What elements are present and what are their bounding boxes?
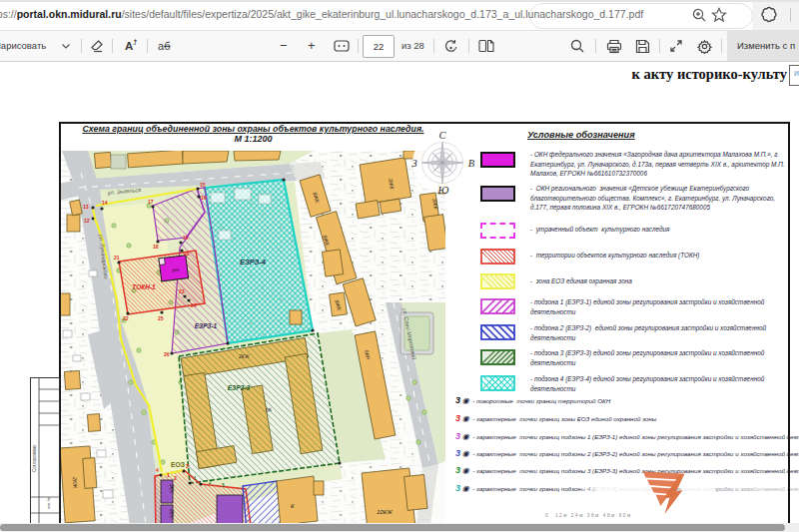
svg-text:15: 15 — [200, 182, 206, 188]
svg-text:25: 25 — [158, 315, 164, 321]
svg-text:2: 2 — [174, 475, 177, 481]
svg-text:22: 22 — [123, 315, 129, 321]
svg-text:Ю: Ю — [437, 185, 449, 196]
svg-text:3КН: 3КН — [172, 267, 180, 273]
svg-text:инв. №: инв. № — [47, 497, 51, 509]
svg-text:ЕЗРЗ-4: ЕЗРЗ-4 — [240, 258, 267, 266]
svg-text:ЕЗРЗ-3: ЕЗРЗ-3 — [228, 384, 251, 391]
svg-text:19: 19 — [183, 235, 189, 241]
svg-text:ТОКН-1: ТОКН-1 — [132, 283, 156, 290]
svg-text:К: К — [291, 503, 295, 509]
svg-text:2КЖ: 2КЖ — [238, 353, 250, 359]
svg-text:З: З — [411, 158, 416, 169]
svg-text:2КН: 2КН — [169, 508, 174, 518]
svg-text:Согласовано: Согласовано — [32, 444, 37, 472]
svg-text:С: С — [438, 130, 446, 141]
svg-text:4: 4 — [156, 467, 159, 473]
svg-text:3: 3 — [186, 463, 189, 469]
svg-text:1: 1 — [167, 472, 170, 478]
svg-text:14: 14 — [102, 200, 108, 206]
svg-text:13: 13 — [83, 204, 89, 210]
svg-text:20: 20 — [184, 251, 190, 257]
svg-text:2: 2 — [209, 480, 212, 485]
svg-text:24: 24 — [191, 302, 197, 308]
svg-text:10КЖ: 10КЖ — [377, 509, 393, 515]
svg-text:ЕОЗ: ЕОЗ — [171, 461, 185, 468]
svg-text:3КН: 3КН — [169, 484, 174, 493]
svg-text:21: 21 — [114, 255, 120, 261]
svg-text:17: 17 — [148, 199, 154, 205]
svg-text:12: 12 — [84, 218, 90, 224]
svg-text:2КЖ: 2КЖ — [72, 476, 78, 489]
svg-text:16: 16 — [201, 195, 207, 201]
svg-text:3: 3 — [222, 483, 225, 488]
svg-text:ЕЗРЗ-1: ЕЗРЗ-1 — [195, 322, 218, 329]
svg-text:В: В — [468, 158, 475, 169]
svg-text:23: 23 — [179, 288, 185, 294]
svg-text:1: 1 — [194, 476, 197, 481]
svg-text:18: 18 — [153, 244, 159, 250]
svg-text:26: 26 — [164, 351, 170, 357]
